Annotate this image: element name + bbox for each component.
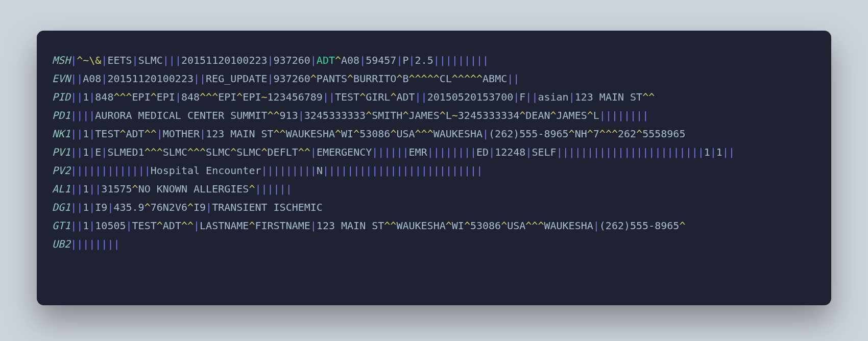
field-separator: | [397, 164, 403, 177]
field-text: JAMES [408, 109, 439, 121]
field-separator: | [101, 238, 107, 250]
field-text: 76N2V6 [151, 201, 187, 213]
field-separator: | [132, 54, 138, 66]
field-separator: | [624, 109, 630, 121]
field-separator: | [274, 164, 280, 177]
field-text: SLMC [206, 146, 230, 158]
field-separator: | [575, 146, 581, 158]
field-separator: | [323, 91, 329, 103]
field-separator: | [194, 220, 200, 232]
field-separator: | [390, 146, 396, 158]
field-text: 1 [704, 146, 710, 158]
component-separator: ^ [267, 109, 273, 121]
field-separator: | [101, 146, 107, 158]
field-separator: | [483, 128, 489, 140]
field-separator: | [507, 72, 513, 85]
component-separator: ^ [200, 91, 206, 103]
field-separator: | [569, 146, 575, 158]
field-text: CL [440, 72, 452, 85]
page-stage: MSH|^~\&|EETS|SLMC|||20151120100223|9372… [0, 0, 868, 341]
field-separator: | [113, 238, 119, 250]
field-text: L [593, 109, 599, 121]
field-separator: | [298, 109, 304, 121]
field-text: asian [538, 91, 568, 103]
field-separator: | [440, 164, 446, 177]
field-separator: | [206, 201, 212, 213]
field-text: 31575 [101, 183, 132, 195]
field-text: 435.9 [113, 201, 144, 213]
field-separator: | [267, 72, 273, 85]
field-text: TEST [95, 128, 119, 140]
component-separator: ^ [452, 72, 458, 85]
field-separator: | [298, 164, 304, 177]
field-text: P [402, 54, 408, 66]
field-separator: | [452, 54, 458, 66]
field-separator: | [433, 54, 440, 66]
component-separator: ^ [126, 91, 132, 103]
field-separator: | [612, 109, 618, 121]
field-text: WAUKESHA [544, 220, 593, 232]
field-text: EPI [218, 91, 236, 103]
component-separator: \ [89, 54, 95, 66]
field-separator: | [310, 164, 317, 177]
field-separator: | [642, 109, 648, 121]
component-separator: ^ [335, 54, 341, 66]
field-separator: | [107, 201, 113, 213]
field-separator: | [77, 146, 83, 158]
field-separator: | [366, 164, 372, 177]
component-separator: ^ [415, 72, 421, 85]
field-text: 59457 [366, 54, 396, 66]
field-separator: | [673, 146, 680, 158]
segment-id: EVN [52, 72, 70, 85]
field-separator: | [409, 54, 415, 66]
field-separator: | [464, 54, 470, 66]
field-text: 1 [716, 146, 722, 158]
field-separator: | [606, 146, 612, 158]
field-text: 1 [83, 91, 89, 103]
field-separator: | [655, 146, 661, 158]
field-text: EETS [107, 54, 132, 66]
field-separator: | [390, 164, 396, 177]
segment-id: NK1 [52, 128, 70, 140]
component-separator: ^ [359, 91, 366, 103]
component-separator: ^ [519, 109, 525, 121]
component-separator: ^ [200, 146, 206, 158]
field-separator: | [70, 72, 77, 85]
field-separator: | [630, 146, 636, 158]
field-text: WI [452, 220, 464, 232]
component-separator: ^ [636, 128, 642, 140]
field-text: DEFLT [268, 146, 298, 158]
component-separator: ^ [181, 220, 187, 232]
field-separator: | [403, 146, 409, 158]
component-separator: ^ [612, 128, 618, 140]
field-separator: | [421, 164, 427, 177]
field-text: Hospital Encounter [151, 164, 261, 177]
segment-id: PD1 [52, 109, 70, 121]
field-separator: | [458, 146, 464, 158]
component-separator: ^ [550, 109, 556, 121]
field-separator: | [372, 146, 378, 158]
field-separator: | [446, 164, 452, 177]
field-text: USA [396, 128, 415, 140]
field-separator: | [70, 238, 77, 250]
component-separator: ^ [384, 220, 390, 232]
field-text: F [519, 91, 525, 103]
field-separator: | [427, 164, 433, 177]
field-separator: | [77, 183, 83, 195]
field-separator: | [329, 164, 335, 177]
field-separator: | [268, 183, 274, 195]
field-separator: | [175, 91, 181, 103]
field-separator: | [359, 54, 366, 66]
field-text: 7 [593, 128, 599, 140]
component-separator: ^ [440, 109, 446, 121]
component-separator: ^ [77, 54, 83, 66]
component-separator: ^ [151, 128, 157, 140]
field-separator: | [194, 72, 200, 85]
field-separator: | [89, 91, 95, 103]
field-text: FIRSTNAME [255, 220, 310, 232]
field-separator: | [77, 72, 83, 85]
component-separator: ^ [569, 128, 575, 140]
field-separator: | [89, 128, 95, 140]
field-separator: | [470, 146, 476, 158]
field-separator: | [280, 183, 286, 195]
